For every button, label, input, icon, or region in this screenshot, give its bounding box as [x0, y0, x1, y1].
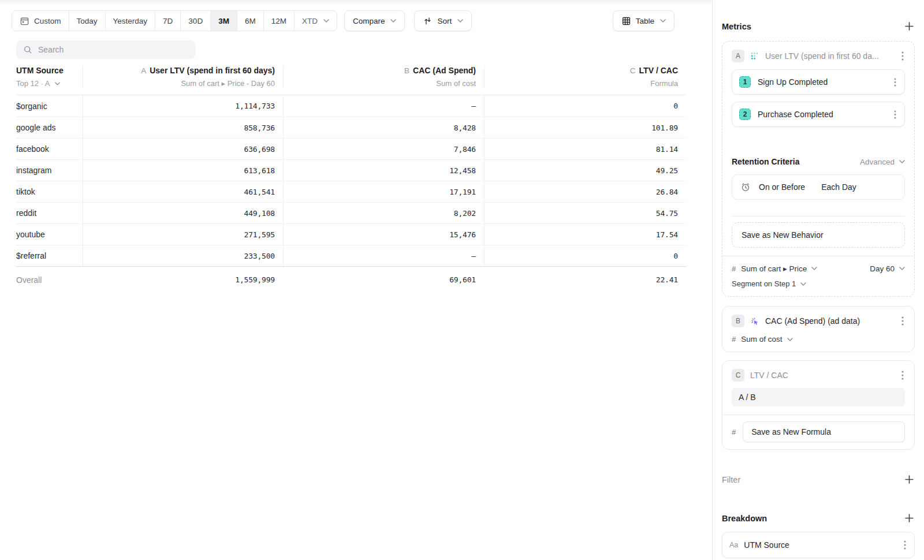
cac-value: – — [283, 245, 484, 266]
kebab-menu-icon[interactable] — [903, 539, 907, 551]
row-label: facebook — [16, 139, 83, 159]
save-as-new-formula-button[interactable]: Save as New Formula — [743, 421, 905, 442]
metric-letter-badge: B — [732, 315, 744, 327]
advanced-dropdown[interactable]: Advanced — [860, 158, 905, 166]
column-letter: B — [404, 66, 409, 75]
metric-c-title[interactable]: LTV / CAC — [750, 371, 788, 380]
date-range-30d[interactable]: 30D — [181, 11, 211, 31]
measure-property-dropdown[interactable]: Sum of cost — [741, 335, 792, 344]
compare-button[interactable]: Compare — [344, 10, 405, 31]
criteria-when-select[interactable]: On or Before — [759, 182, 805, 192]
report-canvas: Custom Today Yesterday 7D 30D 3M 6M 12M … — [0, 0, 711, 560]
metrics-title: Metrics — [722, 22, 751, 31]
magic-event-icon — [750, 316, 759, 326]
add-metric-button[interactable] — [904, 21, 915, 32]
retention-criteria-header: Retention Criteria Advanced — [732, 157, 905, 166]
breakdown-section-header: Breakdown — [722, 513, 915, 524]
kebab-menu-icon[interactable] — [900, 369, 905, 381]
ltv-value: 233,500 — [83, 245, 283, 266]
sort-label: Sort — [437, 17, 452, 25]
view-type-button[interactable]: Table — [613, 10, 675, 31]
date-range-label: 6M — [245, 17, 256, 25]
metric-b-header: B CAC (Ad Spend) (ad data) — [732, 315, 905, 327]
ltv-value: 636,698 — [83, 139, 283, 159]
chevron-down-icon — [899, 267, 905, 270]
metrics-section-header: Metrics — [722, 21, 915, 32]
column-header-utm-source[interactable]: UTM Source Top 12 · A — [16, 66, 83, 88]
add-filter-button[interactable] — [904, 474, 915, 485]
day-window-dropdown[interactable]: Day 60 — [870, 264, 905, 273]
divider — [732, 216, 905, 216]
date-range-12m[interactable]: 12M — [264, 11, 295, 31]
kebab-menu-icon[interactable] — [900, 50, 905, 62]
sort-button[interactable]: Sort — [414, 10, 472, 31]
breakdown-item-label: UTM Source — [744, 540, 789, 550]
table-row[interactable]: reddit 449,108 8,202 54.75 — [16, 202, 686, 223]
overall-row: Overall 1,559,999 69,601 22.41 — [16, 266, 686, 293]
column-header-ltv-cac[interactable]: C LTV / CAC Formula — [484, 66, 686, 88]
segment-on-step-dropdown[interactable]: Segment on Step 1 — [732, 279, 905, 288]
row-label: $organic — [16, 95, 83, 117]
date-range-custom[interactable]: Custom — [12, 11, 69, 31]
column-header-cac[interactable]: B CAC (Ad Spend) Sum of cost — [283, 66, 484, 88]
table-row[interactable]: facebook 636,698 7,846 81.14 — [16, 138, 686, 159]
metric-card-b: B CAC (Ad Spend) (ad data) # Sum of cost — [722, 306, 915, 352]
advanced-label: Advanced — [860, 158, 895, 166]
step-number-badge: 1 — [739, 76, 751, 88]
column-subtitle: Top 12 · A — [16, 79, 50, 88]
behavioral-metric-icon — [750, 51, 759, 61]
date-range-3m-selected[interactable]: 3M — [211, 11, 237, 31]
measure-property-dropdown[interactable]: Sum of cart ▸ Price — [741, 264, 817, 273]
column-title: LTV / CAC — [639, 66, 678, 75]
column-header-user-ltv[interactable]: A User LTV (spend in first 60 days) Sum … — [83, 66, 283, 88]
table-row[interactable]: $organic 1,114,733 – 0 — [16, 95, 686, 117]
column-title: CAC (Ad Spend) — [413, 66, 476, 75]
kebab-menu-icon[interactable] — [900, 315, 905, 327]
funnel-step-1[interactable]: 1 Sign Up Completed — [732, 69, 905, 95]
ratio-value: 54.75 — [484, 203, 686, 223]
date-range-xtd[interactable]: XTD — [295, 11, 337, 31]
chevron-down-icon — [899, 160, 905, 163]
date-range-label: Custom — [34, 17, 61, 25]
save-as-new-behavior-button[interactable]: Save as New Behavior — [732, 222, 905, 248]
add-breakdown-button[interactable] — [904, 513, 915, 524]
ltv-value: 449,108 — [83, 203, 283, 223]
table-row[interactable]: instagram 613,618 12,458 49.25 — [16, 159, 686, 181]
filter-title: Filter — [722, 475, 740, 484]
metric-b-title[interactable]: CAC (Ad Spend) (ad data) — [765, 316, 860, 326]
table-row[interactable]: $referral 233,500 – 0 — [16, 245, 686, 266]
column-title: User LTV (spend in first 60 days) — [150, 66, 275, 75]
table-row[interactable]: youtube 271,595 15,476 17.54 — [16, 223, 686, 245]
chevron-down-icon — [811, 267, 817, 270]
date-range-label: XTD — [302, 17, 318, 25]
query-builder-sidebar: Metrics A User LTV (spend in first 60 da… — [712, 0, 924, 560]
table-row[interactable]: tiktok 461,541 17,191 26.84 — [16, 181, 686, 202]
kebab-menu-icon[interactable] — [893, 109, 897, 120]
day-window-label: Day 60 — [870, 264, 895, 273]
step-label: Purchase Completed — [758, 110, 833, 119]
criteria-frequency-select[interactable]: Each Day — [821, 182, 856, 192]
column-subtitle: Formula — [650, 79, 678, 88]
chevron-down-icon[interactable] — [55, 82, 60, 85]
date-range-7d[interactable]: 7D — [155, 11, 181, 31]
date-range-6m[interactable]: 6M — [237, 11, 264, 31]
table-row[interactable]: google ads 858,736 8,428 101.89 — [16, 117, 686, 138]
metric-a-title[interactable]: User LTV (spend in first 60 da... — [765, 51, 879, 61]
breakdown-item-utm-source[interactable]: Aa UTM Source — [722, 532, 915, 558]
kebab-menu-icon[interactable] — [893, 77, 897, 88]
calendar-icon — [20, 16, 29, 26]
column-letter: A — [141, 66, 146, 75]
cac-value: 8,202 — [283, 203, 484, 223]
cac-value: – — [283, 95, 484, 117]
metric-a-header: A User LTV (spend in first 60 da... — [732, 50, 905, 62]
row-label: $referral — [16, 245, 83, 266]
funnel-step-2[interactable]: 2 Purchase Completed — [732, 102, 905, 127]
formula-input[interactable]: A / B — [732, 388, 905, 406]
date-range-today[interactable]: Today — [69, 11, 106, 31]
date-range-label: Yesterday — [113, 17, 148, 25]
date-range-yesterday[interactable]: Yesterday — [106, 11, 156, 31]
ltv-value: 613,618 — [83, 160, 283, 181]
metric-letter-badge: C — [732, 369, 744, 382]
search-icon — [23, 45, 32, 54]
search-input[interactable] — [38, 45, 188, 54]
